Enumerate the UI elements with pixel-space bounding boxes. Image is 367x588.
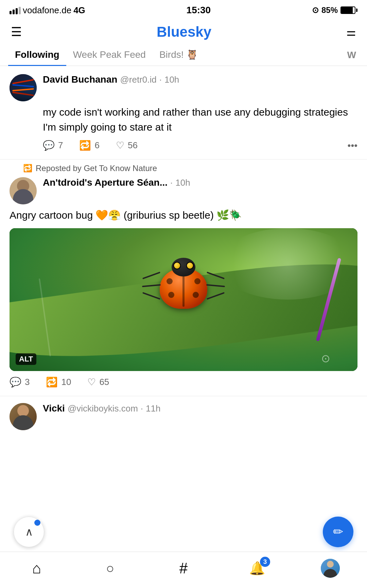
vicki-handle[interactable]: @vickiboykis.com [68,403,138,414]
post-1-author[interactable]: David Buchanan [43,74,117,85]
post-2-meta: An'tdroid's Aperture Séan... · 10h [43,177,357,188]
status-bar: vodafone.de 4G 15:30 ⊙ 85% [0,0,367,18]
reply-icon-2: 💬 [10,376,21,388]
status-right: ⊙ 85% [312,5,357,15]
tabs-bar: Following Week Peak Feed Birds! 🦉 W [0,44,367,66]
post-1-content: my code isn't working and rather than us… [43,105,357,134]
signal-bar-3 [16,8,18,14]
post-2-like-button[interactable]: ♡ 65 [87,376,109,388]
location-icon: ⊙ [312,5,319,15]
profile-avatar [321,559,340,578]
post-2-reply-button[interactable]: 💬 3 [10,376,30,388]
avatar-vicki[interactable] [10,403,37,430]
nav-search[interactable]: ○ [98,558,122,578]
repost-icon-2: 🔁 [46,376,58,388]
notification-badge: 3 [260,557,270,567]
repost-indicator: 🔁 Reposted by Get To Know Nature [23,164,357,177]
scroll-up-dot [34,520,40,526]
app-title: Bluesky [157,24,211,40]
post-1-actions: 💬 7 🔁 6 ♡ 56 ••• [43,140,357,151]
repost-indicator-icon: 🔁 [23,164,32,173]
post-1-handle[interactable]: @retr0.id [120,74,156,85]
repost-icon: 🔁 [79,140,91,151]
beetle [160,268,207,309]
home-icon: ⌂ [32,560,41,577]
heart-icon: ♡ [116,140,124,151]
post-2-image[interactable]: ALT ⊙ [10,228,357,371]
post-1: David Buchanan @retr0.id · 10h my code i… [0,66,367,159]
menu-button[interactable]: ☰ [11,25,22,39]
heart-icon-2: ♡ [87,376,96,388]
signal-bar-2 [13,10,15,14]
tab-birds[interactable]: Birds! 🦉 [153,44,205,66]
nav-hashtag[interactable]: # [172,558,195,578]
post-1-reply-count: 7 [58,140,63,151]
tab-week-peak-feed[interactable]: Week Peak Feed [66,45,153,66]
nav-profile[interactable] [318,558,342,578]
signal-bar-4 [19,7,21,14]
post-2-reply-count: 3 [25,377,30,387]
post-1-timestamp: 10h [164,74,179,85]
search-icon: ○ [106,561,114,576]
reply-icon: 💬 [43,140,55,151]
chevron-up-icon: ∧ [25,525,33,538]
battery-percent: 85% [321,5,338,15]
filter-button[interactable]: ⚌ [346,26,356,38]
post-1-time: · [159,74,162,85]
bottom-nav: ⌂ ○ # 🔔 3 [0,552,367,588]
alt-badge[interactable]: ALT [16,353,36,365]
post-1-like-count: 56 [128,140,138,151]
scroll-up-button[interactable]: ∧ [14,517,44,547]
camera-watermark: ⊙ [321,352,330,365]
post-2-timestamp: 10h [175,178,190,188]
post-2-like-count: 65 [99,377,109,387]
tab-more[interactable]: W [345,45,359,65]
network-type: 4G [73,5,85,16]
avatar-sean[interactable] [10,177,37,204]
post-2-sep: · [170,178,173,188]
post-1-reply-button[interactable]: 💬 7 [43,140,63,151]
post-2-repost-count: 10 [61,377,71,387]
signal-bars [10,6,21,14]
vicki-sep: · [141,403,143,414]
post-vicki-preview: Vicki @vickiboykis.com · 11h [0,396,367,437]
nav-home[interactable]: ⌂ [25,558,49,578]
post-2-actions: 💬 3 🔁 10 ♡ 65 [10,376,357,388]
post-1-repost-button[interactable]: 🔁 6 [79,140,99,151]
status-left: vodafone.de 4G [10,5,85,16]
vicki-author[interactable]: Vicki [43,403,65,414]
feed: David Buchanan @retr0.id · 10h my code i… [0,66,367,437]
nav-notifications[interactable]: 🔔 3 [245,558,269,578]
avatar-david[interactable] [10,74,37,101]
tab-following[interactable]: Following [8,45,66,66]
carrier-text: vodafone.de [23,5,71,16]
hashtag-icon: # [179,560,188,577]
signal-bar-1 [10,11,12,14]
post-2: 🔁 Reposted by Get To Know Nature An'tdro… [0,159,367,396]
vicki-meta: Vicki @vickiboykis.com · 11h [43,403,160,414]
post-2-header: An'tdroid's Aperture Séan... · 10h [10,177,357,204]
post-2-repost-button[interactable]: 🔁 10 [46,376,71,388]
compose-icon: ✏ [333,525,343,539]
post-1-like-button[interactable]: ♡ 56 [116,140,138,151]
post-2-author[interactable]: An'tdroid's Aperture Séan... [43,177,168,188]
status-time: 15:30 [187,5,211,16]
bug-image-scene: ALT ⊙ [10,228,357,371]
compose-button[interactable]: ✏ [323,517,353,547]
post-1-meta: David Buchanan @retr0.id · 10h [43,74,357,85]
vicki-time: 11h [146,403,160,414]
battery-icon [340,6,357,14]
post-1-header: David Buchanan @retr0.id · 10h [10,74,357,101]
post-1-more-button[interactable]: ••• [348,140,357,151]
post-1-repost-count: 6 [94,140,99,151]
repost-indicator-text: Reposted by Get To Know Nature [36,164,157,173]
post-2-content: Angry cartoon bug 🧡😤 (griburius sp beetl… [10,208,357,223]
app-header: ☰ Bluesky ⚌ [0,18,367,44]
